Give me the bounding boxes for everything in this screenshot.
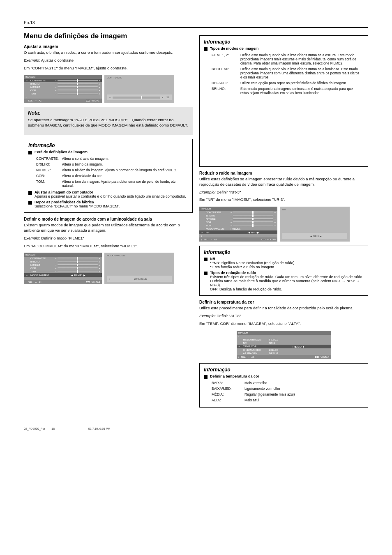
info-item-body: Apenas é possível ajustar o contraste e … xyxy=(35,194,188,198)
updown-icon: ↕ xyxy=(238,356,240,358)
example-line: Exemplo: Definir o modo "FILME1" xyxy=(24,236,193,241)
info-box: Informação Definir a temperatura da cor … xyxy=(199,363,368,408)
square-bullet-icon xyxy=(28,201,32,205)
note-body: Se aparecer a mensagem "NÃO É POSSÍVEL A… xyxy=(28,117,189,128)
osd-item: NITIDEZ xyxy=(30,86,53,88)
info-heading: Informação xyxy=(204,367,364,373)
osd-value: FILME1 xyxy=(74,274,83,276)
osd-item: CONTRASTE xyxy=(30,79,53,82)
section-heading: Reduzir o ruído na imagem xyxy=(199,171,368,175)
osd-sub-menu: NR : NR-3 xyxy=(280,207,350,242)
osd-item: CONTRASTE xyxy=(206,211,229,214)
body-text: Em "NR" do menu "IMAGEM", seleccione "NR… xyxy=(199,197,368,203)
example-label: Exemplo: xyxy=(24,58,40,62)
right-column: Informação Tipos de modos de imagem FILM… xyxy=(199,32,368,411)
osd-figure: IMAGEM CONTRASTE−+ BRILHO−+ NITIDEZ−+ CO… xyxy=(24,253,193,284)
section-heading: Definir a temperatura da cor xyxy=(199,300,368,304)
osd-item: MODO IMAGEM xyxy=(30,274,53,276)
osd-title: IMAGEM xyxy=(237,331,331,335)
arrow-down-icon: ↓ xyxy=(25,96,29,98)
footer-file: 02_PD5030_Por xyxy=(24,427,45,430)
osd-sub-label: NR xyxy=(282,208,347,211)
osd-sub-menu: MODO IMAGEM : FILME1 xyxy=(104,253,174,284)
example-line: Exemplo: Ajustar o contraste xyxy=(24,58,193,63)
section-heading: Definir o modo de imagem de acordo com a… xyxy=(24,217,193,221)
example-text: Definir o modo "FILME1" xyxy=(40,236,84,240)
arrow-down-icon: ↓ xyxy=(201,235,204,237)
leftright-icon: ↔ xyxy=(210,238,213,241)
osd-value: ALTA xyxy=(296,345,302,348)
example-text: Definir "NR-3" xyxy=(216,190,241,194)
body-text: Em "TEMP. COR" do menu "IMAGEM", selecci… xyxy=(199,321,368,327)
exit-icon: ⊏⊐ xyxy=(261,238,265,241)
osd-main-menu: IMAGEM CONTRASTE−+ BRILHO−+ NITIDEZ−+ CO… xyxy=(199,207,277,242)
osd-main-menu: IMAGEM CONTRASTE−+ BRILHO−+ NITIDEZ−+ CO… xyxy=(24,253,102,284)
footer-page: 18 xyxy=(51,427,55,430)
osd-item: TEMP. COR xyxy=(243,345,266,348)
example-text: Ajustar o contraste xyxy=(40,58,74,62)
leftright-icon: ↔ xyxy=(247,356,250,358)
osd-item: NR xyxy=(243,342,266,344)
updown-icon: ↕ xyxy=(201,238,202,241)
info-item-body: Existem três tipos de redução de ruído. … xyxy=(210,275,364,291)
page-number: Po-18 xyxy=(24,21,368,25)
note-box: Nota: Se aparecer a mensagem "NÃO É POSS… xyxy=(24,107,193,135)
osd-value: NR-3 xyxy=(251,231,257,234)
info-heading: Informação xyxy=(28,143,188,148)
osd-item: BRILHO xyxy=(30,83,53,85)
body-text: Em "MODO IMAGEM" do menu "IMAGEM", selec… xyxy=(24,244,193,249)
osd-item: MODO IMAGEM xyxy=(206,228,229,230)
square-bullet-icon xyxy=(28,151,32,154)
osd-main-menu: IMAGEM →CONTRASTE−+ BRILHO−+ NITIDEZ−+ C… xyxy=(24,75,102,103)
osd-item: TOM xyxy=(30,92,53,95)
info-item-title: NR xyxy=(210,257,364,261)
osd-foot-adj: AJ. xyxy=(39,99,42,102)
osd-sub-menu: CONTRASTE −+52 xyxy=(104,75,174,103)
osd-item: BRILHO xyxy=(206,214,229,217)
osd-title: IMAGEM xyxy=(24,75,102,79)
osd-foot-sel: SEL. xyxy=(28,99,33,102)
osd-figure: IMAGEM CONTRASTE−+ BRILHO−+ NITIDEZ−+ CO… xyxy=(199,207,368,242)
arrow-right-icon: → xyxy=(25,274,29,276)
info-heading: Informação xyxy=(204,39,364,45)
example-line: Exemplo: Definir "NR-3" xyxy=(199,190,368,195)
square-bullet-icon xyxy=(204,258,208,261)
section-heading: Ajustar a imagem xyxy=(24,44,193,49)
arrow-right-icon: → xyxy=(201,231,204,234)
page: Po-18 Menu de definições de imagem Ajust… xyxy=(0,0,392,442)
info-item-title: Ecrã de definições da imagem xyxy=(35,150,188,154)
osd-item: COR xyxy=(30,89,53,92)
arrow-right-icon: → xyxy=(25,79,29,82)
osd-sub-label: MODO IMAGEM xyxy=(107,254,172,257)
info-item-title: Ajustar a imagem do computador xyxy=(35,190,188,194)
example-text: Definir "ALTA" xyxy=(216,313,241,318)
note-heading: Nota: xyxy=(28,110,189,116)
osd-item: TOM xyxy=(206,224,229,227)
info-item-title: Definir a temperatura da cor xyxy=(210,374,364,378)
exit-icon: ⊏⊐ xyxy=(86,99,90,102)
osd-item: TOM xyxy=(30,270,53,273)
square-bullet-icon xyxy=(204,272,208,275)
osd-item: BRILHO xyxy=(30,260,53,263)
exit-icon: ⊏⊐ xyxy=(315,356,319,358)
osd-sub-value: 52 xyxy=(166,96,169,99)
info-box: Informação Tipos de modos de imagem FILM… xyxy=(199,35,368,167)
footer-line: 02_PD5030_Por 18 03.7.10, 6:58 PM xyxy=(24,427,368,430)
osd-sub-label: CONTRASTE xyxy=(107,76,172,79)
osd-item: AJ. IMAGEM xyxy=(243,352,266,355)
info-box: Informação NR * "NR" significa Noise Red… xyxy=(199,246,368,296)
osd-item: CONTRASTE xyxy=(30,257,53,260)
info-box: Informação Ecrã de definições da imagem … xyxy=(24,139,193,213)
info-item-body: * "NR" significa Noise Reduction (reduçã… xyxy=(210,261,364,269)
body-text: Existem quatro modos de imagem que podem… xyxy=(24,223,193,233)
exit-icon: ⊏⊐ xyxy=(86,281,90,283)
info-item-body: Seleccione "DEFAULT" no menu "MODO IMAGE… xyxy=(35,204,188,208)
body-text: Utilize estas definições se a imagem apr… xyxy=(199,177,368,187)
example-label: Exemplo: xyxy=(199,313,216,318)
info-table: CONTRASTE:Altera o contraste da imagem. … xyxy=(35,156,188,189)
osd-sub-value: FILME1 xyxy=(136,278,145,280)
leftright-icon: ↔ xyxy=(35,99,37,102)
info-item-title: Tipos de redução de ruído xyxy=(210,271,364,275)
body-text: Em "CONTRASTE" do menu "IMAGEM", ajuste … xyxy=(24,66,193,71)
square-bullet-icon xyxy=(204,375,208,379)
